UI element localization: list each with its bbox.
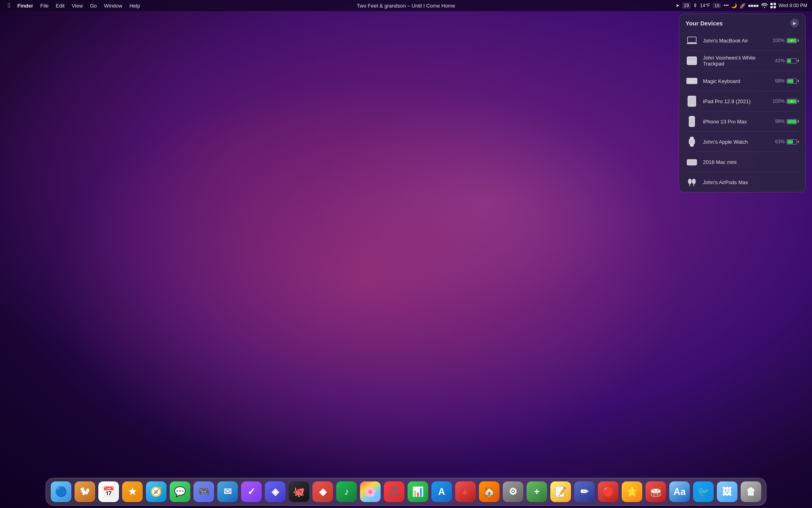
dock-icon-preview: 🖼 (717, 481, 737, 502)
svg-rect-11 (692, 79, 693, 80)
temperature-display: 14°F (700, 3, 710, 8)
svg-rect-15 (694, 81, 695, 82)
svg-rect-12 (694, 79, 695, 80)
device-item-macbook-air[interactable]: John's MacBook Air100%⚡ (679, 31, 805, 50)
battery-body-keyboard (787, 79, 797, 84)
battery-icon-apple-watch (787, 139, 799, 144)
dock-item-reederstar[interactable]: ⭐ (621, 481, 643, 503)
rocketship-icon[interactable]: 🚀 (739, 3, 746, 9)
menubar-edit[interactable]: Edit (53, 2, 68, 10)
location-icon[interactable]: ➤ (676, 3, 680, 8)
dock-item-squirrel[interactable]: 🐿 (74, 481, 96, 503)
focus-mode-icon[interactable]: 🌙 (731, 3, 737, 8)
menubar-now-playing: Two Feet & grandson – Until I Come Home (357, 3, 455, 9)
dock-icon-plus: + (527, 481, 547, 502)
battery-pct-macbook-air: 100% (772, 38, 785, 43)
dock-item-dictionary[interactable]: Aa (668, 481, 691, 503)
dock-icon-settings: ⚙ (503, 481, 523, 502)
dock-item-plus[interactable]: + (526, 481, 548, 503)
svg-point-26 (688, 179, 691, 184)
dock-item-mimestream[interactable]: ✉ (216, 481, 239, 503)
dock-item-trash[interactable]: 🗑 (740, 481, 762, 503)
dock-item-messages[interactable]: 💬 (169, 481, 191, 503)
menubar-view[interactable]: View (69, 2, 86, 10)
device-item-keyboard[interactable]: Magic Keyboard68% (679, 71, 805, 91)
dock-item-calendar[interactable]: 📅 (98, 481, 120, 503)
dock-item-drafts[interactable]: ✏ (573, 481, 596, 503)
dock-item-appstore[interactable]: A (431, 481, 453, 503)
device-item-trackpad[interactable]: John Voorhees's White Trackpad41% (679, 51, 805, 71)
device-icon-apple-watch (686, 135, 698, 148)
battery-pct-trackpad: 41% (775, 58, 785, 64)
dock-item-taiko[interactable]: 🥁 (645, 481, 667, 503)
dock-icon-music: 🎵 (384, 481, 404, 502)
svg-point-28 (692, 179, 695, 184)
calendar-status-icon[interactable]: 19 (682, 2, 690, 9)
svg-rect-13 (688, 81, 689, 82)
dock-item-twitter[interactable]: 🐦 (692, 481, 714, 503)
dock-item-photos[interactable]: 🌸 (359, 481, 381, 503)
device-icon-iphone-13-pro-max (686, 115, 698, 128)
dock-item-discord[interactable]: 🎮 (193, 481, 215, 503)
dock-icon-twitter: 🐦 (693, 481, 714, 502)
control-center-icon[interactable] (770, 2, 776, 9)
battery-body-iphone-13-pro-max (787, 119, 797, 124)
clock[interactable]: Wed 8:00 PM (779, 3, 807, 8)
device-icon-airpods-max (686, 176, 698, 189)
dock-icon-squirrel: 🐿 (75, 481, 95, 502)
svg-point-19 (691, 125, 693, 126)
dock-item-settings[interactable]: ⚙ (502, 481, 524, 503)
device-battery-macbook-air: 100%⚡ (772, 38, 799, 43)
battery-pct-iphone-13-pro-max: 99% (775, 119, 785, 124)
dock-item-voxel[interactable]: 🔺 (454, 481, 477, 503)
devices-panel-close[interactable]: ▶ (790, 19, 799, 27)
device-name-mac-mini: 2018 Mac mini (703, 159, 799, 165)
menubar:  Finder File Edit View Go Window Help T… (0, 0, 812, 11)
podcast-icon[interactable]: 🎙 (693, 3, 698, 8)
more-menu[interactable]: ••• (724, 3, 729, 8)
dock-icon-photos: 🌸 (360, 481, 381, 502)
notification-center-icon[interactable]: 19 (712, 3, 721, 8)
dock-icon-monodraw: ◈ (265, 481, 285, 502)
dock-icon-craft: ◆ (312, 481, 333, 502)
menubar-app-name[interactable]: Finder (14, 2, 36, 10)
dock-item-omnifocus[interactable]: ✓ (240, 481, 262, 503)
dock-item-github[interactable]: 🐙 (288, 481, 310, 503)
dock-item-monodraw[interactable]: ◈ (264, 481, 286, 503)
dock-item-compass[interactable]: 🧭 (145, 481, 167, 503)
dock-item-home[interactable]: 🏠 (478, 481, 500, 503)
devices-panel: Your Devices ▶ John's MacBook Air100%⚡Jo… (679, 13, 806, 192)
menubar-go[interactable]: Go (87, 2, 100, 10)
dock-icon-calendar: 📅 (98, 481, 119, 502)
dock-icon-voxel: 🔺 (455, 481, 476, 502)
menubar-window[interactable]: Window (101, 2, 125, 10)
dock-item-reeder[interactable]: ★ (121, 481, 144, 503)
battery-icon-keyboard (787, 79, 799, 84)
device-item-ipad-pro[interactable]: iPad Pro 12.9 (2021)100%⚡ (679, 91, 805, 111)
device-battery-ipad-pro: 100%⚡ (772, 98, 799, 104)
dock-item-music[interactable]: 🎵 (383, 481, 405, 503)
dock-item-preview[interactable]: 🖼 (716, 481, 738, 503)
menubar-help[interactable]: Help (126, 2, 143, 10)
dock-item-numbers[interactable]: 📊 (407, 481, 429, 503)
device-item-apple-watch[interactable]: John's Apple Watch63% (679, 132, 805, 152)
dock-item-craft[interactable]: ◆ (312, 481, 334, 503)
apple-menu[interactable]:  (5, 1, 13, 10)
dock-item-pockity[interactable]: 🔴 (597, 481, 619, 503)
battery-icon-ipad-pro: ⚡ (787, 99, 799, 104)
device-name-trackpad: John Voorhees's White Trackpad (703, 55, 775, 67)
device-icon-ipad-pro (686, 95, 698, 108)
dock-icon-omnifocus: ✓ (241, 481, 262, 502)
battery-menubar[interactable]: ■■■■ (748, 3, 759, 8)
device-item-iphone-13-pro-max[interactable]: iPhone 13 Pro Max99% (679, 112, 805, 131)
dock-item-notes[interactable]: 📝 (550, 481, 572, 503)
dock-item-finder[interactable]: 🔵 (50, 481, 72, 503)
device-battery-keyboard: 68% (775, 78, 799, 84)
dock-item-spotify[interactable]: ♪ (335, 481, 358, 503)
dock: 🔵🐿📅★🧭💬🎮✉✓◈🐙◆♪🌸🎵📊A🔺🏠⚙+📝✏🔴⭐🥁Aa🐦🖼🗑 (46, 478, 766, 506)
wifi-icon[interactable] (761, 3, 768, 8)
device-name-airpods-max: John's AirPods Max (703, 179, 799, 185)
device-item-airpods-max[interactable]: John's AirPods Max (679, 172, 805, 192)
menubar-file[interactable]: File (37, 2, 52, 10)
device-item-mac-mini[interactable]: 2018 Mac mini (679, 152, 805, 172)
